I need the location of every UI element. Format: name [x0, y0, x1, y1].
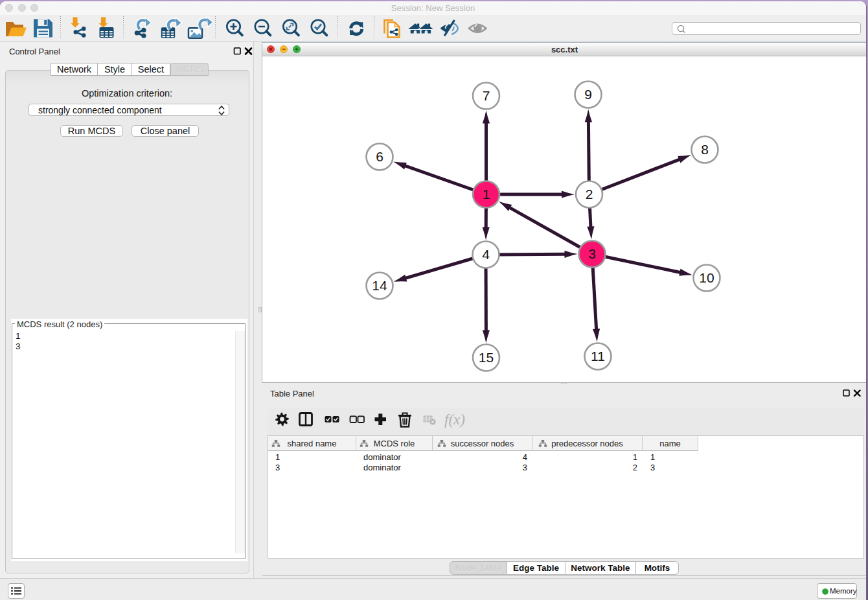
svg-text:15: 15	[479, 350, 494, 365]
svg-text:2: 2	[586, 187, 593, 202]
svg-text:11: 11	[591, 349, 605, 363]
svg-text:1: 1	[483, 187, 490, 202]
svg-text:8: 8	[701, 142, 709, 157]
svg-text:10: 10	[699, 270, 714, 285]
svg-text:7: 7	[483, 88, 490, 103]
svg-text:9: 9	[584, 87, 592, 102]
svg-text:4: 4	[482, 247, 490, 262]
svg-text:3: 3	[588, 246, 596, 261]
svg-text:14: 14	[372, 278, 387, 293]
svg-text:f(x): f(x)	[444, 411, 465, 428]
svg-text:6: 6	[376, 149, 383, 164]
